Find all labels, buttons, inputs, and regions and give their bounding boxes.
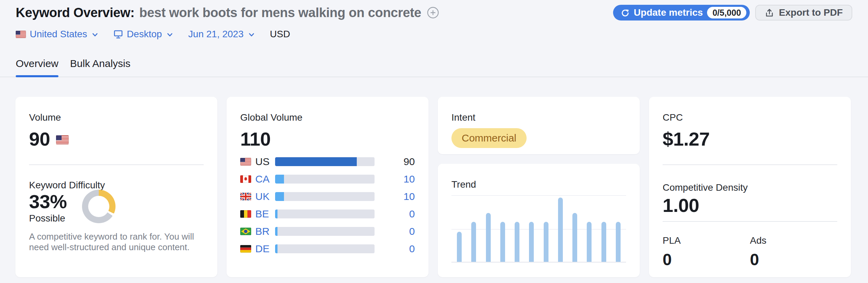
country-volume-bar-fill [275, 244, 277, 253]
country-volume-value: 10 [384, 191, 415, 202]
trend-label: Trend [451, 179, 626, 190]
trend-bar [558, 198, 563, 262]
country-volume-bar-fill [275, 175, 284, 184]
country-filter[interactable]: United States [16, 29, 98, 40]
country-filter-label: United States [30, 29, 87, 40]
volume-label: Volume [29, 112, 204, 123]
competitive-density-label: Competitive Density [663, 182, 837, 193]
country-volume-bar [275, 210, 375, 218]
trend-bar [544, 222, 548, 262]
trend-bar [529, 222, 534, 262]
export-to-pdf-button[interactable]: Export to PDF [755, 5, 852, 21]
country-volume-bar-fill [275, 210, 277, 218]
intent-card: Intent Commercial [438, 97, 640, 154]
cpc-value: $1.27 [663, 129, 710, 149]
trend-bar [515, 222, 519, 262]
us-flag-icon [16, 31, 26, 38]
trend-bar [471, 222, 476, 262]
us-flag-icon [240, 158, 251, 165]
tab-bar: Overview Bulk Analysis [0, 57, 868, 77]
trend-bar [500, 222, 505, 262]
global-volume-value: 110 [240, 129, 271, 149]
be-flag [240, 210, 251, 218]
country-volume-bar [275, 244, 375, 253]
divider [663, 164, 837, 165]
cpc-card: CPC $1.27 Competitive Density 1.00 PLA 0… [649, 97, 851, 277]
ads-label: Ads [750, 235, 838, 246]
trend-bar [587, 222, 592, 262]
country-volume-bar [275, 227, 375, 236]
country-code-de[interactable]: DE [255, 243, 275, 255]
global-volume-row: BE0 [240, 209, 415, 219]
country-volume-bar-fill [275, 157, 357, 166]
volume-value: 90 [29, 129, 50, 149]
chevron-down-icon [248, 31, 255, 38]
add-keyword-icon[interactable] [427, 6, 439, 19]
cpc-label: CPC [663, 112, 837, 123]
tab-overview[interactable]: Overview [16, 57, 58, 77]
keyword-difficulty-level: Possible [29, 213, 67, 224]
br-flag [240, 228, 251, 235]
country-volume-value: 90 [384, 156, 415, 167]
date-filter[interactable]: Jun 21, 2023 [188, 29, 255, 40]
export-to-pdf-label: Export to PDF [779, 7, 843, 18]
export-icon [765, 8, 774, 17]
pla-label: PLA [663, 235, 750, 246]
country-volume-bar-fill [275, 227, 277, 236]
country-code-us: US [255, 156, 275, 167]
trend-bar [486, 213, 491, 262]
desktop-icon [113, 29, 123, 39]
trend-bar [601, 222, 606, 262]
country-volume-value: 10 [384, 173, 415, 185]
country-volume-bar [275, 175, 375, 184]
keyword-overview-page: Keyword Overview: best work boots for me… [0, 0, 868, 283]
country-volume-value: 0 [384, 243, 415, 255]
country-volume-value: 0 [384, 208, 415, 220]
be-flag-icon [240, 210, 251, 218]
keyword-difficulty-description: A competitive keyword to rank for. You w… [29, 231, 202, 253]
intent-badge: Commercial [451, 128, 527, 148]
trend-bar [457, 232, 462, 262]
page-header: Keyword Overview: best work boots for me… [0, 3, 868, 40]
country-code-uk[interactable]: UK [255, 191, 275, 202]
update-metrics-button[interactable]: Update metrics 0/5,000 [613, 5, 750, 21]
trend-bar-chart [451, 195, 626, 262]
device-filter[interactable]: Desktop [113, 29, 173, 40]
de-flag-icon [240, 245, 251, 253]
keyword-difficulty-label: Keyword Difficulty [29, 180, 204, 190]
divider [29, 164, 204, 165]
country-volume-value: 0 [384, 226, 415, 237]
intent-label: Intent [451, 112, 626, 123]
us-flag-icon [56, 135, 69, 144]
trend-bar [572, 213, 577, 262]
us-flag-icon [56, 135, 69, 144]
tab-bulk-analysis[interactable]: Bulk Analysis [70, 57, 131, 77]
global-volume-row: UK10 [240, 191, 415, 202]
de-flag [240, 245, 251, 253]
date-filter-label: Jun 21, 2023 [188, 29, 244, 40]
country-volume-bar-fill [275, 192, 284, 201]
divider [663, 221, 837, 222]
trend-bars [451, 196, 626, 262]
chevron-down-icon [92, 31, 98, 38]
ca-flag-icon [240, 175, 251, 183]
trend-bar [616, 222, 621, 262]
country-code-br[interactable]: BR [255, 226, 275, 237]
keyword-difficulty-value: 33% [29, 192, 67, 212]
global-volume-row: BR0 [240, 226, 415, 237]
br-flag-icon [240, 228, 251, 235]
country-volume-bar [275, 157, 375, 166]
volume-difficulty-card: Volume 90 Keyword Difficulty 33% Possibl… [15, 97, 217, 277]
page-title: Keyword Overview: [16, 5, 135, 20]
keyword-text: best work boots for mens walking on conc… [139, 5, 421, 20]
country-code-be[interactable]: BE [255, 208, 275, 220]
api-units-counter: 0/5,000 [707, 7, 746, 18]
country-code-ca[interactable]: CA [255, 173, 275, 185]
currency-label: USD [270, 29, 290, 40]
chevron-down-icon [166, 31, 173, 38]
update-metrics-label: Update metrics [634, 7, 703, 18]
global-volume-row: DE0 [240, 244, 415, 254]
difficulty-donut-chart [82, 190, 116, 223]
trend-card: Trend [438, 164, 640, 277]
refresh-icon [621, 8, 630, 17]
